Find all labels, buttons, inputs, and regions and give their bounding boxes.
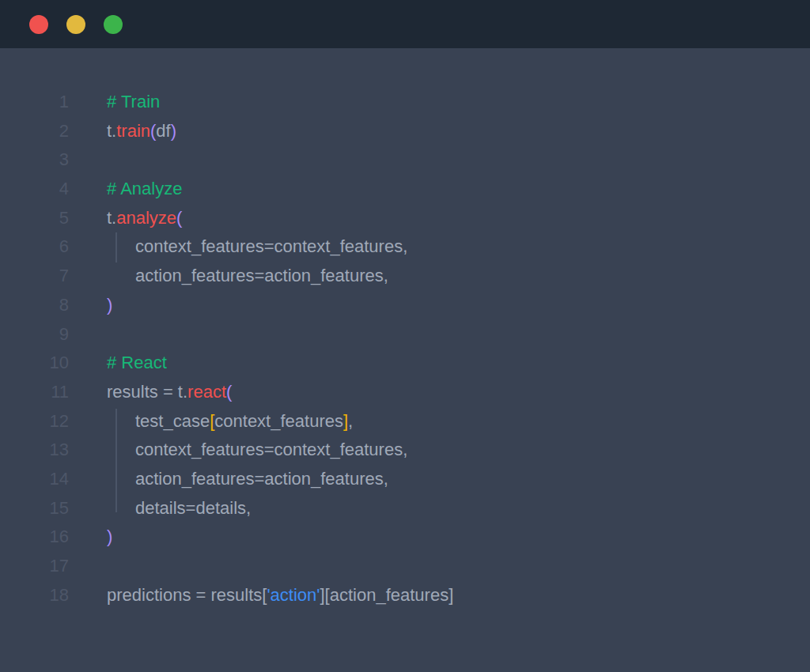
line-content: ) — [69, 523, 112, 552]
code-token-paren: ) — [107, 295, 112, 315]
line-content: t.analyze( — [69, 204, 182, 233]
code-line[interactable]: 8 ) — [0, 291, 810, 320]
code-token-plain: , — [348, 411, 353, 431]
code-editor-window: 1 # Train 2 t.train(df) 3 4 # Analyze 5 … — [0, 0, 810, 672]
code-line[interactable]: 13 context_features=context_features, — [0, 436, 810, 465]
code-lines: 1 # Train 2 t.train(df) 3 4 # Analyze 5 … — [0, 88, 810, 610]
code-token-plain: results = t. — [107, 382, 187, 402]
code-token-plain: details=details, — [135, 498, 251, 518]
code-token-plain: context_features — [214, 411, 343, 431]
code-token-function: train — [116, 121, 150, 141]
line-content: context_features=context_features, — [69, 232, 407, 262]
code-token-plain: t. — [107, 121, 116, 141]
code-token-plain: action_features=action_features, — [135, 469, 388, 489]
line-number: 12 — [0, 407, 69, 436]
code-token-comment: # React — [107, 353, 167, 372]
line-number: 13 — [0, 436, 69, 465]
code-token-comment: # Train — [107, 92, 160, 111]
line-number: 16 — [0, 523, 69, 552]
code-token-function: react — [187, 382, 226, 402]
line-number: 7 — [0, 262, 69, 291]
code-token-plain: test_case — [135, 411, 210, 431]
code-token-function: analyze — [116, 208, 176, 228]
line-number: 15 — [0, 494, 69, 523]
code-token-plain: t. — [107, 208, 116, 228]
line-number: 11 — [0, 378, 69, 407]
line-content: # Analyze — [69, 175, 182, 204]
line-content: results = t.react( — [69, 378, 232, 407]
line-number: 2 — [0, 117, 69, 146]
code-line[interactable]: 18 predictions = results['action'][actio… — [0, 581, 810, 610]
code-token-plain: context_features=context_features, — [135, 440, 407, 459]
code-line[interactable]: 9 — [0, 320, 810, 349]
line-content: predictions = results['action'][action_f… — [69, 581, 453, 610]
line-number: 14 — [0, 465, 69, 494]
line-content: ) — [69, 291, 112, 320]
line-content: # React — [69, 349, 167, 378]
code-token-paren: ( — [226, 382, 232, 402]
line-number: 17 — [0, 552, 69, 581]
line-number: 18 — [0, 581, 69, 610]
code-token-comment: # Analyze — [107, 179, 182, 198]
indent-spacer — [107, 281, 135, 281]
indent-spacer — [107, 251, 135, 252]
line-content: details=details, — [69, 494, 251, 523]
line-content: t.train(df) — [69, 117, 176, 146]
line-number: 6 — [0, 232, 69, 262]
code-token-string: 'action' — [267, 585, 320, 605]
close-button[interactable] — [29, 15, 48, 34]
line-content: action_features=action_features, — [69, 262, 388, 291]
indent-spacer — [107, 426, 135, 427]
line-content: action_features=action_features, — [69, 465, 388, 494]
indent-spacer — [107, 484, 135, 485]
code-line[interactable]: 12 test_case[context_features], — [0, 407, 810, 436]
code-token-plain: context_features=context_features, — [135, 236, 407, 256]
code-token-plain: predictions = results[ — [107, 585, 267, 605]
code-token-plain: ][action_features] — [320, 585, 453, 605]
code-line[interactable]: 4 # Analyze — [0, 175, 810, 204]
line-number: 4 — [0, 175, 69, 204]
line-number: 8 — [0, 291, 69, 320]
line-content: test_case[context_features], — [69, 407, 353, 436]
code-line[interactable]: 2 t.train(df) — [0, 117, 810, 146]
code-line[interactable]: 5 t.analyze( — [0, 204, 810, 233]
code-token-plain: action_features=action_features, — [135, 266, 388, 285]
code-line[interactable]: 15 details=details, — [0, 494, 810, 523]
indent-spacer — [107, 513, 135, 514]
indent-spacer — [107, 455, 135, 455]
code-line[interactable]: 17 — [0, 552, 810, 581]
line-number: 3 — [0, 145, 69, 175]
code-line[interactable]: 16 ) — [0, 523, 810, 552]
line-content: # Train — [69, 88, 160, 117]
code-line[interactable]: 14 action_features=action_features, — [0, 465, 810, 494]
code-line[interactable]: 11 results = t.react( — [0, 378, 810, 407]
code-token-plain: df — [156, 121, 170, 141]
line-number: 1 — [0, 88, 69, 117]
code-line[interactable]: 3 — [0, 145, 810, 175]
line-number: 10 — [0, 349, 69, 378]
code-line[interactable]: 1 # Train — [0, 88, 810, 117]
line-number: 5 — [0, 204, 69, 233]
code-token-paren: ) — [107, 527, 112, 546]
line-number: 9 — [0, 320, 69, 349]
code-token-paren: ( — [176, 208, 182, 228]
code-line[interactable]: 7 action_features=action_features, — [0, 262, 810, 291]
titlebar — [0, 0, 810, 48]
zoom-button[interactable] — [104, 15, 123, 34]
code-line[interactable]: 6 context_features=context_features, — [0, 232, 810, 262]
code-token-paren: ) — [171, 121, 176, 141]
line-content: context_features=context_features, — [69, 436, 407, 465]
minimize-button[interactable] — [66, 15, 85, 34]
code-line[interactable]: 10 # React — [0, 349, 810, 378]
code-editor[interactable]: 1 # Train 2 t.train(df) 3 4 # Analyze 5 … — [0, 48, 810, 672]
